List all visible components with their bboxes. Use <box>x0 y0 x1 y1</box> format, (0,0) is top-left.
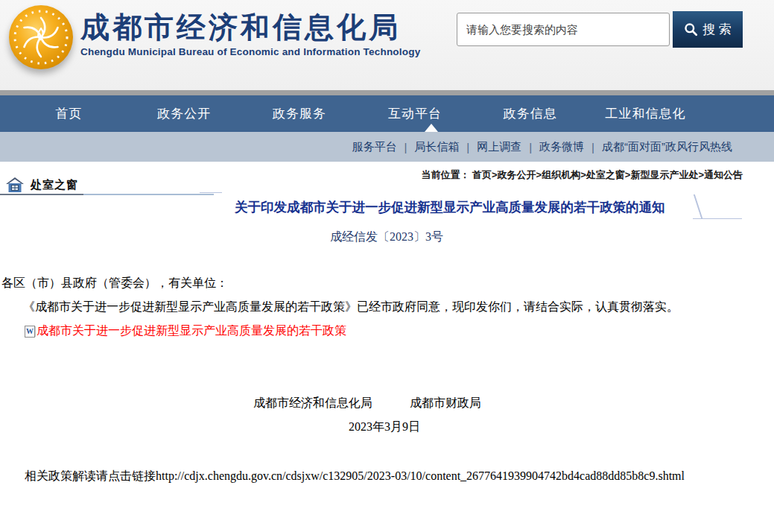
main-nav: 首页 政务公开 政务服务 互动平台 政务信息 工业和信息化 <box>0 95 774 132</box>
signer-finance: 成都市财政局 <box>410 396 481 409</box>
site-title-en: Chengdu Municipal Bureau of Economic and… <box>80 46 420 57</box>
search-input[interactable] <box>457 13 670 46</box>
related-policy-link[interactable]: 相关政策解读请点击链接http://cdjx.chengdu.gov.cn/cd… <box>25 469 685 484</box>
search-button-label: 搜 索 <box>702 21 732 38</box>
nav-item-gov-info[interactable]: 政务信息 <box>472 95 588 132</box>
nav-item-interaction[interactable]: 互动平台 <box>357 95 472 132</box>
subnav-separator: | <box>466 141 469 153</box>
attachment-link[interactable]: W 成都市关于进一步促进新型显示产业高质量发展的若干政策 <box>25 323 346 339</box>
article-title: 关于印发成都市关于进一步促进新型显示产业高质量发展的若干政策的通知 <box>235 198 697 216</box>
subnav-separator: | <box>529 141 532 153</box>
title-decoration-right <box>693 218 742 219</box>
breadcrumb-path[interactable]: 首页>政务公开>组织机构>处室之窗>新型显示产业处>通知公告 <box>472 169 743 180</box>
article-body: 《成都市关于进一步促进新型显示产业高质量发展的若干政策》已经市政府同意，现印发你… <box>23 300 679 315</box>
bureau-logo-icon <box>7 4 74 71</box>
site-title-cn: 成都市经济和信息化局 <box>80 12 420 44</box>
search-button[interactable]: 搜 索 <box>673 11 743 48</box>
header-divider <box>0 90 774 95</box>
signer-bureau: 成都市经济和信息化局 <box>253 396 372 409</box>
sidebar-section-title: 处室之窗 <box>31 178 78 192</box>
article-salutation: 各区（市）县政府（管委会），有关单位： <box>1 276 228 291</box>
subnav-separator: | <box>404 141 407 153</box>
nav-item-industry-it[interactable]: 工业和信息化 <box>588 95 703 132</box>
subnav-director-mailbox[interactable]: 局长信箱 <box>414 140 459 154</box>
document-number: 成经信发〔2023〕3号 <box>330 229 443 245</box>
subnav-gov-weibo[interactable]: 政务微博 <box>539 140 584 154</box>
sub-nav: 服务平台 | 局长信箱 | 网上调查 | 政务微博 | 成都“面对面”政风行风热… <box>0 132 774 162</box>
breadcrumb: 当前位置： 首页>政务公开>组织机构>处室之窗>新型显示产业处>通知公告 <box>421 168 743 182</box>
sidebar-divider <box>0 194 214 195</box>
subnav-service-platform[interactable]: 服务平台 <box>352 140 396 154</box>
attachment-link-label: 成都市关于进一步促进新型显示产业高质量发展的若干政策 <box>37 323 346 339</box>
title-decoration-left <box>200 192 222 193</box>
nav-item-gov-service[interactable]: 政务服务 <box>242 95 358 132</box>
search-icon <box>684 22 698 37</box>
active-nav-indicator <box>425 124 438 132</box>
site-branding: 成都市经济和信息化局 Chengdu Municipal Bureau of E… <box>80 12 420 57</box>
sidebar-header: 处室之窗 <box>6 177 78 193</box>
nav-item-home[interactable]: 首页 <box>11 95 127 132</box>
nav-item-gov-open[interactable]: 政务公开 <box>127 95 242 132</box>
house-icon <box>6 177 24 193</box>
page: 成都市经济和信息化局 Chengdu Municipal Bureau of E… <box>0 0 774 532</box>
word-icon-glyph: W <box>26 327 34 335</box>
word-document-icon: W <box>25 326 35 338</box>
subnav-hotline[interactable]: 成都“面对面”政风行风热线 <box>602 140 732 154</box>
article-date: 2023年3月9日 <box>349 419 420 435</box>
subnav-separator: | <box>591 141 594 153</box>
subnav-online-survey[interactable]: 网上调查 <box>477 140 521 154</box>
breadcrumb-label: 当前位置： <box>421 169 469 180</box>
article-signers: 成都市经济和信息化局 成都市财政局 <box>253 396 481 411</box>
